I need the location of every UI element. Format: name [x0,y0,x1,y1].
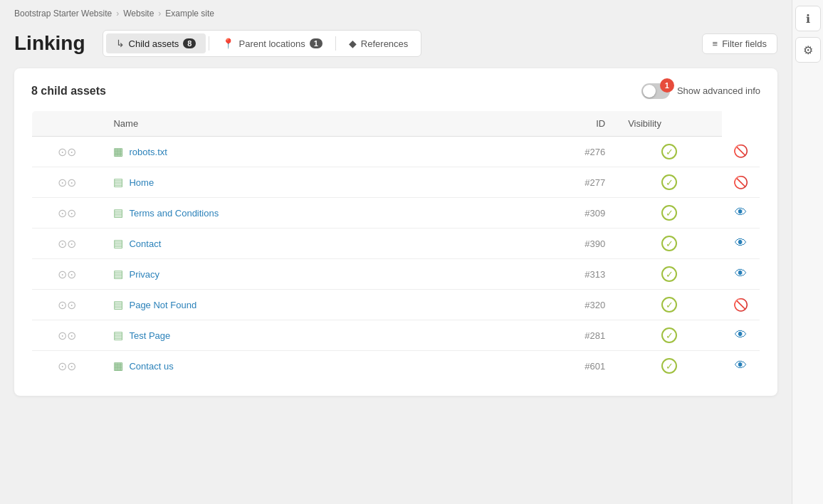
filter-fields-button[interactable]: ≡ Filter fields [702,33,777,54]
visibility-cell: 👁 [722,198,760,229]
binoculars-cell[interactable]: ⊙⊙ [32,351,103,382]
asset-link[interactable]: Contact [129,238,161,249]
binoculars-cell[interactable]: ⊙⊙ [32,198,103,229]
table-row: ⊙⊙ ▤ Test Page #281 ✓ 👁 [32,320,760,351]
asset-link[interactable]: robots.txt [129,147,167,157]
breadcrumb-item-3[interactable]: Example site [165,9,214,19]
eye-hidden-icon: 🚫 [733,145,748,158]
id-cell: #390 [513,229,617,259]
binoculars-icon: ⊙⊙ [58,330,76,342]
file-type-icon: ▤ [113,176,123,189]
col-header-id: ID [513,111,617,137]
toggle-wrapper: 1 [641,83,670,99]
check-cell: ✓ [617,229,722,259]
asset-link[interactable]: Privacy [129,269,159,280]
eye-visible-icon: 👁 [735,267,747,280]
table-row: ⊙⊙ ▦ Contact us #601 ✓ 👁 [32,351,760,382]
header-bar: Linking ↳ Child assets 8 📍 Parent locati… [0,24,792,68]
file-type-icon: ▤ [113,268,123,280]
name-cell: ▦ robots.txt [102,137,512,167]
notification-badge: 1 [660,78,674,93]
check-cell: ✓ [617,351,722,382]
filter-icon: ≡ [713,38,718,49]
tab-child-assets[interactable]: ↳ Child assets 8 [106,33,206,53]
asset-link[interactable]: Home [129,177,154,188]
eye-hidden-icon: 🚫 [733,298,748,312]
check-cell: ✓ [617,320,722,351]
assets-table: Name ID Visibility ⊙⊙ ▦ robots.txt #276 … [31,110,760,382]
table-row: ⊙⊙ ▤ Contact #390 ✓ 👁 [32,229,760,259]
tab-child-assets-label: Child assets [129,38,179,49]
binoculars-icon: ⊙⊙ [58,268,76,280]
visibility-cell: 🚫 [722,137,760,167]
binoculars-cell[interactable]: ⊙⊙ [32,137,103,167]
breadcrumb-item-1[interactable]: Bootstrap Starter Website [14,9,112,19]
info-button[interactable]: ℹ [795,6,821,31]
advanced-info-toggle: 1 Show advanced info [641,83,760,99]
breadcrumb-item-2[interactable]: Website [123,9,154,19]
breadcrumb: Bootstrap Starter Website › Website › Ex… [0,0,792,24]
visibility-cell: 👁 [722,229,760,259]
table-row: ⊙⊙ ▦ robots.txt #276 ✓ 🚫 [32,137,760,167]
eye-visible-icon: 👁 [735,359,747,372]
asset-link[interactable]: Page Not Found [129,300,196,310]
id-cell: #313 [513,259,617,290]
file-type-icon: ▤ [113,329,123,342]
binoculars-icon: ⊙⊙ [58,177,76,189]
binoculars-icon: ⊙⊙ [58,360,76,372]
asset-link[interactable]: Test Page [129,330,170,341]
tab-divider-1 [209,36,209,51]
show-advanced-info-label: Show advanced info [677,85,760,96]
asset-link[interactable]: Terms and Conditions [129,208,219,219]
table-row: ⊙⊙ ▤ Privacy #313 ✓ 👁 [32,259,760,290]
visibility-cell: 🚫 [722,290,760,320]
table-row: ⊙⊙ ▤ Page Not Found #320 ✓ 🚫 [32,290,760,320]
col-header-binoculars [32,111,103,137]
check-icon: ✓ [661,327,677,343]
check-icon: ✓ [661,358,677,374]
check-icon: ✓ [661,174,677,190]
name-cell: ▤ Terms and Conditions [102,198,512,229]
diamond-icon: ◆ [349,38,357,49]
eye-visible-icon: 👁 [735,236,747,250]
check-icon: ✓ [661,297,677,313]
table-row: ⊙⊙ ▤ Home #277 ✓ 🚫 [32,167,760,198]
name-cell: ▤ Home [102,167,512,198]
asset-link[interactable]: Contact us [129,361,173,372]
id-cell: #320 [513,290,617,320]
col-header-name: Name [102,111,512,137]
binoculars-cell[interactable]: ⊙⊙ [32,167,103,198]
tab-divider-2 [335,36,336,51]
binoculars-cell[interactable]: ⊙⊙ [32,229,103,259]
id-cell: #277 [513,167,617,198]
check-cell: ✓ [617,290,722,320]
tab-parent-locations-label: Parent locations [238,38,305,49]
name-cell: ▤ Privacy [102,259,512,290]
col-header-visibility: Visibility [617,111,722,137]
gear-icon: ⚙ [803,43,813,57]
tab-references[interactable]: ◆ References [339,33,418,53]
table-row: ⊙⊙ ▤ Terms and Conditions #309 ✓ 👁 [32,198,760,229]
check-cell: ✓ [617,198,722,229]
tab-parent-locations[interactable]: 📍 Parent locations 1 [212,33,332,53]
eye-visible-icon: 👁 [735,328,747,342]
check-cell: ✓ [617,259,722,290]
tabs-group: ↳ Child assets 8 📍 Parent locations 1 ◆ … [103,30,422,57]
asset-count: 8 child assets [31,85,106,98]
binoculars-cell[interactable]: ⊙⊙ [32,290,103,320]
visibility-cell: 🚫 [722,167,760,198]
binoculars-cell[interactable]: ⊙⊙ [32,320,103,351]
info-icon: ℹ [806,12,810,26]
content-area: 8 child assets 1 Show advanced info Name… [14,68,777,396]
check-cell: ✓ [617,167,722,198]
id-cell: #309 [513,198,617,229]
location-icon: 📍 [222,38,234,49]
visibility-cell: 👁 [722,259,760,290]
eye-hidden-icon: 🚫 [733,176,748,189]
breadcrumb-sep-1: › [116,9,119,19]
id-cell: #276 [513,137,617,167]
gear-button[interactable]: ⚙ [795,37,821,63]
check-icon: ✓ [661,236,677,251]
filter-fields-label: Filter fields [722,38,767,49]
binoculars-cell[interactable]: ⊙⊙ [32,259,103,290]
